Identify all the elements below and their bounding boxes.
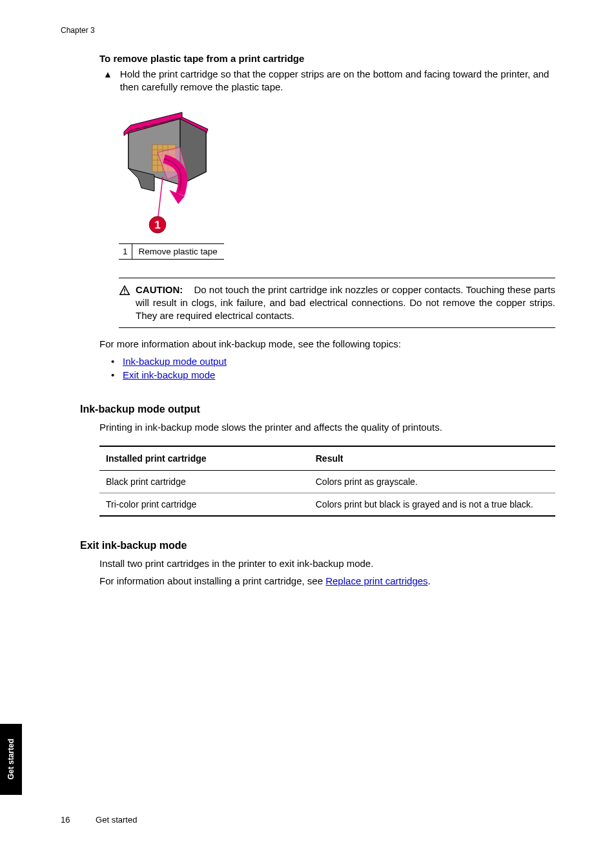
link-replace-cartridges[interactable]: Replace print cartridges	[325, 575, 427, 586]
callout-number: 1	[119, 243, 132, 259]
section3-line2-pre: For information about installing a print…	[99, 575, 325, 586]
side-tab: Get started	[0, 724, 22, 795]
section3-line1: Install two print cartridges in the prin…	[99, 557, 555, 570]
link-ink-backup-output[interactable]: Ink-backup mode output	[123, 356, 227, 367]
heading-ink-backup-output: Ink-backup mode output	[80, 404, 555, 415]
caution-body: Do not touch the print cartridge ink noz…	[136, 284, 555, 322]
caution-icon	[119, 285, 130, 296]
table-row: Tri-color print cartridge Colors print b…	[99, 493, 555, 516]
topic-links: Ink-backup mode output Exit ink-backup m…	[111, 356, 555, 380]
followup-text: For more information about ink-backup mo…	[99, 337, 555, 352]
table-head-cartridge: Installed print cartridge	[99, 446, 309, 471]
callout-text: Remove plastic tape	[132, 243, 224, 259]
section2-body: Printing in ink-backup mode slows the pr…	[99, 420, 555, 434]
side-tab-text: Get started	[6, 739, 15, 779]
section3-line2-post: .	[428, 575, 431, 586]
footer-section: Get started	[96, 815, 137, 825]
table-row: Black print cartridge Colors print as gr…	[99, 470, 555, 493]
caution-label: CAUTION:	[136, 284, 183, 295]
heading-exit-ink-backup: Exit ink-backup mode	[80, 540, 555, 551]
step-marker: ▲	[103, 68, 112, 81]
page-footer: 16 Get started	[61, 815, 137, 825]
caution-box: CAUTION: Do not touch the print cartridg…	[119, 278, 555, 329]
cartridge-illustration: 1 1 Remove plastic tape	[119, 107, 555, 260]
page-number: 16	[61, 815, 70, 825]
svg-text:1: 1	[154, 219, 160, 231]
chapter-label: Chapter 3	[61, 26, 555, 35]
result-table: Installed print cartridge Result Black p…	[99, 446, 555, 517]
step-text: Hold the print cartridge so that the cop…	[120, 68, 555, 94]
section-title: To remove plastic tape from a print cart…	[99, 53, 555, 64]
svg-point-21	[124, 293, 125, 294]
callout-table: 1 Remove plastic tape	[119, 243, 224, 260]
link-exit-ink-backup[interactable]: Exit ink-backup mode	[123, 369, 215, 380]
svg-line-16	[158, 177, 163, 222]
table-head-result: Result	[309, 446, 555, 471]
